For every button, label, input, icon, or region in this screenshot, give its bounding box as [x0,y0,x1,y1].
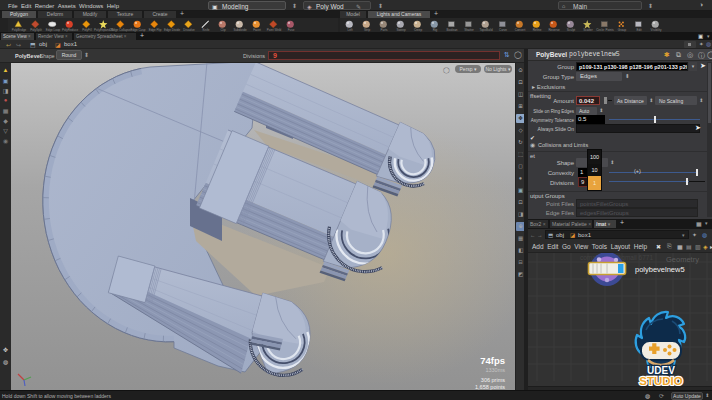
svg-text:Geometry: Geometry [666,255,699,264]
svg-text:STUDIO: STUDIO [639,375,683,386]
svg-text:polybevelnew5: polybevelnew5 [635,265,685,274]
